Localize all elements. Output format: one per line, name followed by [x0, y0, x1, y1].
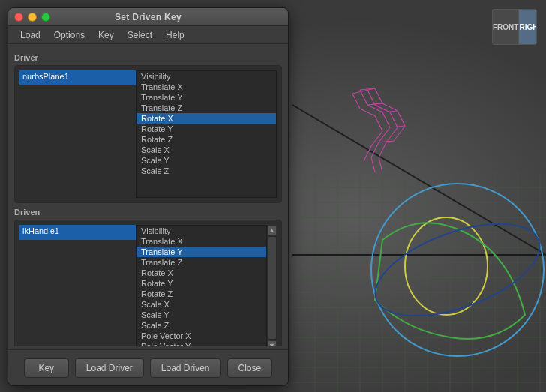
menu-select[interactable]: Select: [122, 28, 158, 42]
svg-line-36: [352, 88, 375, 94]
svg-line-35: [379, 141, 394, 142]
driven-attr-item[interactable]: Rotate X: [136, 268, 276, 278]
scrollbar-up-btn[interactable]: ▲: [268, 225, 277, 235]
driven-attr-wrapper: VisibilityTranslate XTranslate YTranslat…: [136, 225, 277, 346]
driver-attr-item[interactable]: Translate Y: [136, 92, 276, 103]
driven-attr-list[interactable]: VisibilityTranslate XTranslate YTranslat…: [136, 225, 277, 346]
menu-load[interactable]: Load: [14, 28, 46, 42]
driven-panel-inner: ikHandle1 VisibilityTranslate XTranslate…: [20, 225, 277, 346]
driven-attr-item[interactable]: Rotate Y: [136, 278, 276, 289]
driver-panel-inner: nurbsPlane1 VisibilityTranslate XTransla…: [20, 70, 277, 198]
driver-attr-item[interactable]: Scale X: [136, 145, 276, 155]
driver-attr-item[interactable]: Rotate Z: [136, 134, 276, 145]
menu-help[interactable]: Help: [160, 28, 190, 42]
svg-point-29: [405, 217, 488, 315]
close-button[interactable]: [14, 13, 23, 22]
driven-panel: ikHandle1 VisibilityTranslate XTranslate…: [14, 220, 282, 346]
driven-attr-item[interactable]: Translate Z: [136, 257, 276, 268]
driver-left-col: nurbsPlane1: [20, 70, 136, 198]
key-button[interactable]: Key: [24, 358, 69, 378]
svg-line-34: [390, 126, 405, 127]
driver-attr-item[interactable]: Translate X: [136, 82, 276, 92]
driver-attr-item[interactable]: Scale Z: [136, 166, 276, 176]
driven-attr-item[interactable]: Visibility: [136, 226, 276, 236]
svg-point-30: [364, 205, 546, 335]
driver-attr-item[interactable]: Rotate Y: [136, 124, 276, 134]
svg-line-33: [382, 111, 398, 112]
maximize-button[interactable]: [41, 13, 50, 22]
driven-attr-item[interactable]: Pole Vector Y: [136, 341, 276, 346]
menu-key[interactable]: Key: [92, 28, 120, 42]
driver-object-name[interactable]: nurbsPlane1: [20, 70, 136, 85]
driven-attr-item[interactable]: Scale X: [136, 299, 276, 310]
driver-attr-list[interactable]: VisibilityTranslate XTranslate YTranslat…: [136, 70, 277, 198]
driver-attr-item[interactable]: Scale Y: [136, 155, 276, 166]
driver-panel: nurbsPlane1 VisibilityTranslate XTransla…: [14, 65, 282, 203]
driven-attr-item[interactable]: Scale Y: [136, 310, 276, 320]
driven-label: Driven: [14, 208, 282, 217]
driver-attr-item[interactable]: Visibility: [136, 71, 276, 82]
close-dialog-button[interactable]: Close: [227, 358, 273, 378]
driven-attr-item[interactable]: Scale Z: [136, 320, 276, 331]
bottom-bar: Key Load Driver Load Driven Close: [8, 349, 288, 385]
svg-line-26: [292, 105, 546, 255]
menu-bar: Load Options Key Select Help: [8, 26, 288, 44]
driven-attr-item[interactable]: Pole Vector X: [136, 331, 276, 341]
menu-options[interactable]: Options: [48, 28, 91, 42]
driver-label: Driver: [14, 53, 282, 62]
minimize-button[interactable]: [28, 13, 37, 22]
scrollbar-thumb: [268, 237, 276, 339]
content-area: Driver nurbsPlane1 VisibilityTranslate X…: [8, 44, 288, 346]
driven-object-name[interactable]: ikHandle1: [20, 225, 136, 240]
load-driven-button[interactable]: Load Driven: [150, 358, 221, 378]
cube-front[interactable]: FRONT: [493, 10, 519, 44]
svg-line-37: [368, 103, 382, 105]
driven-attr-item[interactable]: Translate X: [136, 236, 276, 247]
dialog-window: Set Driven Key Load Options Key Select H…: [8, 7, 289, 386]
svg-line-32: [368, 103, 382, 105]
window-title: Set Driven Key: [115, 12, 182, 22]
driver-attr-item[interactable]: Translate Z: [136, 103, 276, 113]
driven-attr-item[interactable]: Rotate Z: [136, 289, 276, 299]
svg-line-31: [360, 88, 375, 90]
driven-attr-item[interactable]: Translate Y: [136, 247, 276, 257]
driver-attr-item[interactable]: Rotate X: [136, 113, 276, 124]
window-controls: [14, 13, 50, 22]
driver-attr-wrapper: VisibilityTranslate XTranslate YTranslat…: [136, 70, 277, 198]
cube-right[interactable]: RIGHT: [519, 10, 537, 44]
driven-left-col: ikHandle1: [20, 225, 136, 346]
title-bar: Set Driven Key: [8, 8, 288, 26]
load-driver-button[interactable]: Load Driver: [75, 358, 144, 378]
svg-point-28: [371, 184, 544, 356]
view-cube: FRONT RIGHT: [492, 9, 537, 45]
scrollbar-down-btn[interactable]: ▼: [268, 340, 277, 346]
